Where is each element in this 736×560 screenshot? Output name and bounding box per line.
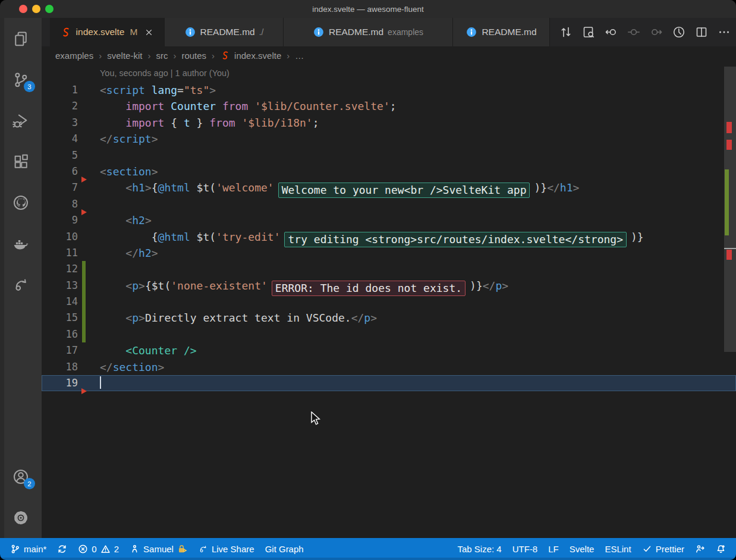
code-line-2[interactable]: 2 import Counter from '$lib/Counter.svel…	[42, 98, 736, 114]
status-problems[interactable]: 02	[73, 538, 124, 560]
token: >	[152, 133, 158, 145]
code-line-13[interactable]: 13 <p>{$t('none-existent'ERROR: The id d…	[42, 278, 736, 294]
code-content: {@html $t('try-edit'try editing <strong>…	[100, 229, 644, 245]
code-line-1[interactable]: 1<script lang="ts">	[42, 82, 736, 98]
feedback-icon	[695, 544, 705, 554]
overview-ruler[interactable]	[724, 64, 736, 538]
source-control-button[interactable]: 3	[0, 59, 42, 100]
line-number[interactable]: 2	[42, 98, 78, 114]
code-line-3[interactable]: 3 import { t } from '$lib/i18n';	[42, 115, 736, 131]
info-icon	[184, 26, 196, 38]
line-number[interactable]: 4	[42, 131, 78, 147]
breadcrumb-label: src	[156, 51, 168, 61]
open-changes-button[interactable]	[559, 25, 573, 39]
code-editor[interactable]: You, seconds ago | 1 author (You) 1<scri…	[42, 64, 736, 538]
code-line-11[interactable]: 11 </h2>	[42, 245, 736, 261]
extensions-icon	[12, 153, 30, 171]
code-line-9[interactable]: 9 <h2>	[42, 212, 736, 228]
run-and-debug-button[interactable]	[0, 100, 42, 141]
status-live-share-account[interactable]: Samuel	[124, 538, 193, 560]
breadcrumb[interactable]: examples›svelte-kit›src›routes›index.sve…	[42, 46, 736, 64]
close-window-button[interactable]	[19, 5, 27, 13]
tab-index-svelte[interactable]: index.svelteM	[50, 18, 165, 46]
line-number[interactable]: 8	[42, 196, 78, 212]
settings-button[interactable]	[0, 497, 42, 538]
code-line-17[interactable]: 17 <Counter />	[42, 342, 736, 358]
code-line-12[interactable]: 12	[42, 261, 736, 277]
current-change-button[interactable]	[627, 25, 641, 39]
code-line-18[interactable]: 18</section>	[42, 359, 736, 375]
split-icon	[694, 25, 709, 39]
split-editor-button[interactable]	[694, 25, 709, 39]
status-language-mode[interactable]: Svelte	[564, 538, 600, 560]
breadcrumb-item-index-svelte[interactable]: index.svelte	[220, 50, 281, 61]
tab-readme-root[interactable]: README.md./	[165, 18, 284, 46]
code-line-8[interactable]: 8	[42, 196, 736, 212]
code-line-10[interactable]: 10 {@html $t('try-edit'try editing <stro…	[42, 229, 736, 245]
line-number[interactable]: 11	[42, 245, 78, 261]
docker-button[interactable]	[0, 223, 42, 264]
line-number[interactable]: 6	[42, 163, 78, 180]
code-line-14[interactable]: 14	[42, 294, 736, 310]
code-line-19[interactable]: 19	[42, 375, 736, 391]
breadcrumb-item--[interactable]: …	[295, 51, 304, 61]
line-number[interactable]: 14	[42, 294, 78, 310]
line-number[interactable]: 10	[42, 229, 78, 245]
line-number[interactable]: 13	[42, 278, 78, 294]
line-number[interactable]: 9	[42, 212, 78, 228]
code-content: </script>	[100, 131, 158, 147]
token: '$lib/Counter.svelte'	[254, 100, 390, 112]
token: >	[158, 361, 165, 373]
line-number[interactable]: 15	[42, 310, 78, 326]
breadcrumb-item-routes[interactable]: routes	[181, 51, 206, 61]
line-number[interactable]: 5	[42, 147, 78, 163]
zoom-window-button[interactable]	[45, 5, 54, 13]
status-eslint[interactable]: ESLint	[599, 538, 636, 560]
code-line-16[interactable]: 16	[42, 326, 736, 342]
breadcrumb-item-examples[interactable]: examples	[55, 51, 93, 61]
next-change-button[interactable]	[649, 25, 663, 39]
status-live-share[interactable]: Live Share	[193, 538, 260, 560]
tab-readme-examples[interactable]: README.mdexamples	[284, 18, 453, 46]
code-line-15[interactable]: 15 <p>Directly extract text in VSCode.</…	[42, 310, 736, 326]
line-number[interactable]: 19	[42, 375, 78, 391]
code-line-6[interactable]: 6<section>	[42, 163, 736, 180]
line-number[interactable]: 17	[42, 342, 78, 358]
close-icon[interactable]	[144, 27, 154, 37]
extensions-button[interactable]	[0, 141, 42, 182]
breadcrumb-item-src[interactable]: src	[156, 51, 168, 61]
status-notifications[interactable]	[710, 538, 731, 560]
status-git-graph[interactable]: Git Graph	[260, 538, 309, 560]
minimize-window-button[interactable]	[32, 5, 40, 13]
timeline-button[interactable]	[672, 25, 686, 39]
status-encoding[interactable]: UTF-8	[507, 538, 543, 560]
line-number[interactable]: 1	[42, 82, 78, 98]
line-number[interactable]: 12	[42, 261, 78, 277]
explorer-button[interactable]	[0, 18, 42, 59]
status-git-branch[interactable]: main*	[5, 538, 52, 560]
live-share-button[interactable]	[0, 264, 42, 305]
open-preview-button[interactable]	[581, 25, 596, 39]
status-prettier[interactable]: Prettier	[637, 538, 690, 560]
token: h1	[132, 181, 145, 194]
status-tab-size[interactable]: Tab Size: 4	[452, 538, 507, 560]
previous-change-button[interactable]	[604, 25, 618, 39]
line-number[interactable]: 18	[42, 359, 78, 375]
code-line-5[interactable]: 5	[42, 147, 736, 163]
status-eol[interactable]: LF	[543, 538, 564, 560]
check-icon	[642, 544, 652, 554]
status-sync[interactable]	[52, 538, 73, 560]
status-feedback[interactable]	[690, 538, 710, 560]
line-number[interactable]: 3	[42, 115, 78, 131]
line-number[interactable]: 16	[42, 326, 78, 342]
overview-marker-red	[726, 140, 732, 150]
code-line-7[interactable]: 7 <h1>{@html $t('welcome'Welcome to your…	[42, 180, 736, 196]
accounts-button[interactable]: 2	[0, 456, 42, 497]
tab-readme[interactable]: README.md	[453, 18, 550, 46]
line-number[interactable]: 7	[42, 180, 78, 196]
breadcrumb-item-svelte-kit[interactable]: svelte-kit	[107, 51, 142, 61]
breadcrumb-separator: ›	[99, 51, 102, 61]
github-button[interactable]	[0, 182, 42, 223]
code-line-4[interactable]: 4</script>	[42, 131, 736, 147]
more-actions-button[interactable]	[717, 25, 731, 39]
